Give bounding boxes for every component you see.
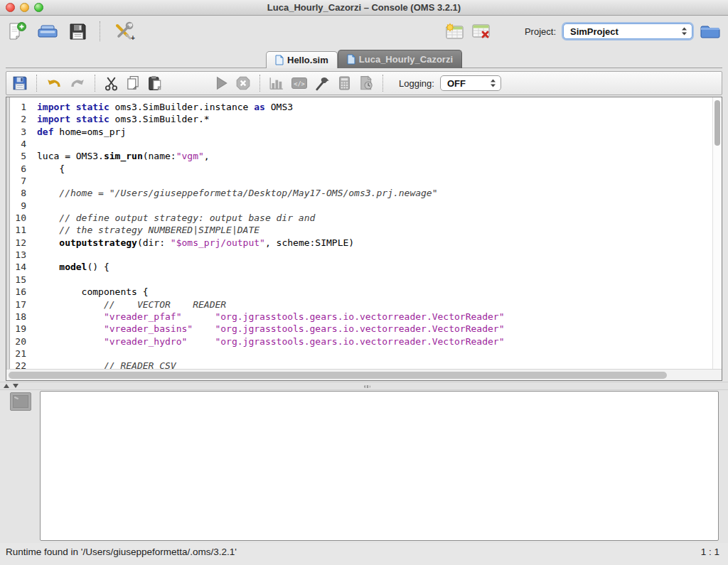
code-line: // define output strategy: output base d… [37, 212, 712, 224]
splitter-grip[interactable] [364, 385, 370, 388]
code-view-button[interactable]: </> [291, 75, 308, 91]
line-number: 14 [11, 261, 26, 273]
save-button[interactable] [68, 22, 87, 41]
line-number: 2 [11, 113, 26, 125]
tab-bar: Hello.sim Luca_Hourly_Cazorzi [0, 47, 728, 68]
horizontal-scrollbar-thumb[interactable] [9, 372, 667, 379]
close-window-button[interactable] [6, 3, 15, 12]
save-icon [12, 75, 28, 91]
logging-label: Logging: [399, 78, 434, 89]
calculator-button[interactable] [337, 75, 352, 91]
save-file-button[interactable] [12, 75, 28, 91]
undo-button[interactable] [46, 75, 63, 91]
svg-text:+: + [131, 34, 135, 42]
console-sidebar [6, 390, 38, 543]
code-icon: </> [291, 75, 308, 91]
copy-icon [125, 75, 141, 91]
document-icon [275, 55, 284, 65]
document-history-icon [358, 75, 374, 91]
tab-hello-sim[interactable]: Hello.sim [266, 51, 338, 68]
calculator-icon [337, 75, 352, 91]
code-line: // the strategy NUMBERED|SIMPLE|DATE [37, 224, 712, 236]
output-console-panel [0, 390, 728, 543]
line-number: 5 [11, 150, 26, 162]
minimize-window-button[interactable] [20, 3, 29, 12]
code-line: model() { [37, 261, 712, 273]
code-line: { [37, 163, 712, 175]
document-history-button[interactable] [358, 75, 374, 91]
code-editor[interactable]: 12345678910111213141516171819202122 impo… [6, 97, 722, 381]
vertical-scrollbar-thumb[interactable] [714, 100, 720, 146]
horizontal-scrollbar[interactable] [6, 369, 722, 380]
save-icon [68, 22, 87, 41]
line-number: 7 [11, 175, 26, 187]
run-button[interactable] [213, 75, 229, 91]
run-icon [213, 75, 229, 91]
traffic-lights [6, 3, 43, 12]
project-folder-icon [700, 23, 721, 39]
code-lines[interactable]: import static oms3.SimBuilder.instance a… [37, 97, 712, 369]
new-file-button[interactable] [7, 21, 27, 41]
collapse-up-button[interactable] [4, 384, 9, 388]
open-icon [37, 22, 58, 41]
toolbar-separator [259, 75, 260, 92]
line-number: 13 [11, 249, 26, 261]
editor-annotation-strip [6, 97, 10, 369]
tools-button[interactable]: + [112, 21, 135, 42]
code-line: import static oms3.SimBuilder.* [37, 113, 712, 125]
redo-button[interactable] [69, 75, 86, 91]
code-line: import static oms3.SimBuilder.instance a… [37, 101, 712, 113]
line-number: 22 [11, 360, 26, 369]
cut-button[interactable] [104, 76, 119, 91]
line-number: 15 [11, 274, 26, 286]
panel-splitter[interactable] [0, 382, 728, 390]
line-number: 4 [11, 138, 26, 150]
code-line: "vreader_pfaf" "org.jgrasstools.gears.io… [37, 311, 712, 323]
line-number: 11 [11, 224, 26, 236]
open-project-folder-button[interactable] [700, 23, 721, 39]
console-output-area[interactable] [40, 391, 719, 541]
stepper-arrows-icon [490, 78, 496, 88]
vertical-scrollbar[interactable] [712, 97, 722, 369]
toolbar-separator [36, 75, 37, 92]
paste-button[interactable] [147, 75, 163, 91]
line-number: 21 [11, 348, 26, 360]
code-line: // READER CSV [37, 360, 712, 369]
code-line [37, 200, 712, 212]
code-line [37, 249, 712, 261]
build-button[interactable] [314, 75, 331, 91]
line-number: 12 [11, 237, 26, 249]
stepper-arrows-icon [681, 26, 687, 36]
logging-select[interactable]: OFF [440, 75, 501, 91]
stop-button[interactable] [235, 75, 251, 91]
collapse-down-button[interactable] [13, 384, 18, 388]
copy-button[interactable] [125, 75, 141, 91]
new-console-window-button[interactable] [445, 23, 464, 40]
caret-position: 1 : 1 [701, 547, 719, 557]
status-message: Runtime found in '/Users/giuseppeformett… [6, 547, 701, 557]
code-line: components { [37, 286, 712, 298]
zoom-window-button[interactable] [34, 3, 43, 12]
code-line [37, 138, 712, 150]
chart-button[interactable] [269, 75, 284, 91]
line-number: 6 [11, 163, 26, 175]
build-hammer-icon [314, 75, 331, 91]
edit-toolbar: </> [6, 71, 722, 95]
paste-icon [147, 75, 163, 91]
console-button[interactable] [10, 392, 31, 411]
line-number: 10 [11, 212, 26, 224]
code-line [37, 274, 712, 286]
tab-luca-hourly-cazorzi[interactable]: Luca_Hourly_Cazorzi [338, 50, 462, 68]
code-line: //home = "/Users/giuseppeformetta/Deskto… [37, 187, 712, 199]
line-number: 3 [11, 126, 26, 138]
code-icon-glyph: </> [294, 80, 304, 87]
line-number: 9 [11, 200, 26, 212]
window-title: Luca_Hourly_Cazorzi – Console (OMS 3.2.1… [267, 2, 461, 13]
open-button[interactable] [37, 22, 58, 41]
chart-icon [269, 75, 284, 91]
project-select[interactable]: SimProject [563, 23, 692, 39]
close-console-window-button[interactable] [471, 23, 491, 40]
line-number: 17 [11, 298, 26, 311]
line-number-gutter: 12345678910111213141516171819202122 [11, 97, 28, 369]
stop-icon [235, 75, 251, 91]
